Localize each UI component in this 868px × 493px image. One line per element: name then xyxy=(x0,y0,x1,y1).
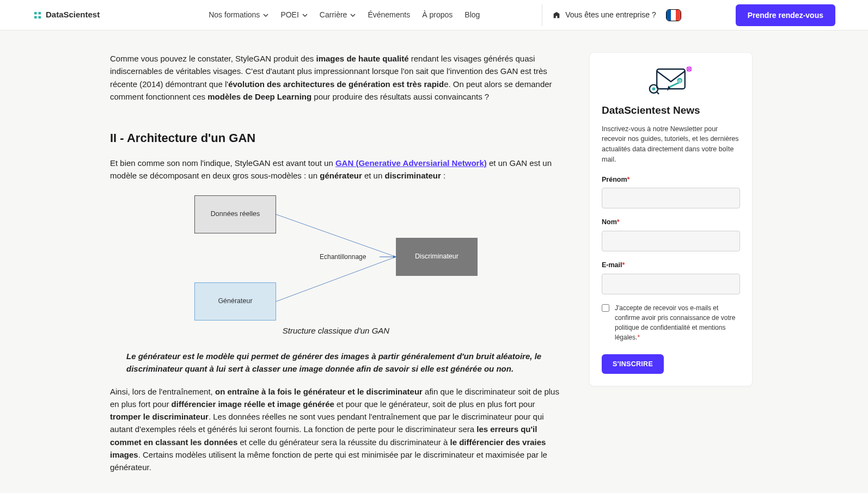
nav-label: À propos xyxy=(422,9,453,21)
diagram-box-real-data: Données réelles xyxy=(194,195,276,233)
brand-logo[interactable]: DataScientest xyxy=(33,9,100,21)
svg-line-9 xyxy=(657,92,659,94)
diagram-box-discriminator: Discriminateur xyxy=(396,238,478,276)
paragraph-gan-intro: Et bien comme son nom l'indique, StyleGA… xyxy=(110,157,562,182)
input-prenom[interactable] xyxy=(602,188,740,208)
svg-point-10 xyxy=(652,87,656,90)
svg-line-1 xyxy=(276,257,396,301)
field-email: E-mail* xyxy=(602,260,740,294)
diagram-label-sampling: Echantillonnage xyxy=(320,252,366,262)
label-nom: Nom* xyxy=(602,217,740,227)
paragraph-training: Ainsi, lors de l'entraînement, on entraî… xyxy=(110,385,562,474)
header-divider xyxy=(542,4,542,26)
envelope-icon: @ xyxy=(647,65,694,96)
svg-text:@: @ xyxy=(678,79,682,83)
consent-text: J'accepte de recevoir vos e-mails et con… xyxy=(615,303,740,342)
gan-diagram: Données réelles Générateur Echantillonna… xyxy=(194,195,478,321)
input-email[interactable] xyxy=(602,274,740,294)
nav-blog[interactable]: Blog xyxy=(464,9,480,21)
nav-label: Blog xyxy=(464,9,480,21)
blockquote: Le générateur est le modèle qui permet d… xyxy=(110,350,562,375)
paragraph-intro: Comme vous pouvez le constater, StyleGAN… xyxy=(110,52,562,103)
nav-formations[interactable]: Nos formations xyxy=(209,9,268,21)
consent-checkbox[interactable] xyxy=(602,304,609,312)
nav-label: POEI xyxy=(280,9,298,21)
article-content: Comme vous pouvez le constater, StyleGAN… xyxy=(110,52,562,483)
input-nom[interactable] xyxy=(602,231,740,251)
field-nom: Nom* xyxy=(602,217,740,251)
brand-name: DataScientest xyxy=(46,9,100,21)
field-prenom: Prénom* xyxy=(602,175,740,209)
site-header: DataScientest Nos formations POEI Carriè… xyxy=(0,0,868,30)
nav-label: Événements xyxy=(368,9,410,21)
nav-evenements[interactable]: Événements xyxy=(368,9,410,21)
building-icon xyxy=(552,11,561,20)
nav-label: Nos formations xyxy=(209,9,260,21)
nav-carriere[interactable]: Carrière xyxy=(320,9,356,21)
label-email: E-mail* xyxy=(602,260,740,270)
nav-apropos[interactable]: À propos xyxy=(422,9,453,21)
chevron-down-icon xyxy=(350,13,356,18)
main-nav: Nos formations POEI Carrière Événements … xyxy=(209,9,480,21)
subscribe-button[interactable]: S'INSCRIRE xyxy=(602,354,664,374)
chevron-down-icon xyxy=(263,13,268,18)
newsletter-description: Inscrivez-vous à notre Newsletter pour r… xyxy=(602,124,740,165)
section-heading: II - Architecture d'un GAN xyxy=(110,129,562,147)
diagram-caption: Structure classique d'un GAN xyxy=(110,325,562,337)
enterprise-label: Vous êtes une entreprise ? xyxy=(565,9,656,21)
svg-line-0 xyxy=(276,214,396,257)
enterprise-link[interactable]: Vous êtes une entreprise ? xyxy=(552,9,656,21)
gan-link[interactable]: GAN (Generative Adversiarial Network) xyxy=(335,158,487,168)
newsletter-card: @ DataScientest News Inscrivez-vous à no… xyxy=(589,52,753,386)
diagram-box-generator: Générateur xyxy=(194,282,276,321)
newsletter-title: DataScientest News xyxy=(602,103,740,119)
language-selector-fr[interactable] xyxy=(666,9,681,21)
consent-block: J'accepte de recevoir vos e-mails et con… xyxy=(602,303,740,342)
cta-button[interactable]: Prendre rendez-vous xyxy=(736,4,835,26)
brand-logo-icon xyxy=(33,10,42,20)
chevron-down-icon xyxy=(302,13,308,18)
nav-label: Carrière xyxy=(320,9,347,21)
nav-poei[interactable]: POEI xyxy=(280,9,307,21)
label-prenom: Prénom* xyxy=(602,175,740,185)
